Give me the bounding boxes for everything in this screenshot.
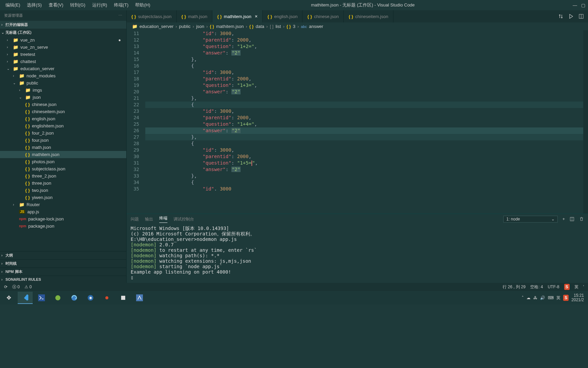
menu-item[interactable]: 查看(V) — [46, 1, 66, 10]
tray-volume-icon[interactable]: 🔊 — [540, 295, 545, 300]
tray-onedrive-icon[interactable]: ☁ — [526, 295, 530, 300]
editor-tabs: { }subjectclass.json{ }math.json{ }mathi… — [127, 10, 588, 22]
start-button[interactable]: ❖ — [1, 292, 16, 304]
run-icon[interactable] — [568, 14, 574, 19]
npm-scripts-section[interactable]: ›NPM 脚本 — [0, 267, 126, 276]
more-icon[interactable]: ⋯ — [118, 13, 122, 18]
editor-tab[interactable]: { }english.json — [263, 10, 303, 22]
tree-item[interactable]: ›📁chattest — [0, 58, 126, 65]
editor-tab[interactable]: { }math.json — [177, 10, 212, 22]
tree-item[interactable]: { }two.json — [0, 187, 126, 194]
encoding[interactable]: UTF-8 — [548, 285, 559, 289]
new-terminal-icon[interactable]: + — [562, 217, 565, 221]
tree-item[interactable]: ›📁vue_zn_serve — [0, 44, 126, 51]
tree-item[interactable]: { }chineseitem.json — [0, 108, 126, 115]
tree-item[interactable]: npmpackage-lock.json — [0, 215, 126, 223]
terminal-content[interactable]: Microsoft Windows [版本 10.0.14393](c) 201… — [127, 224, 588, 283]
split-icon[interactable] — [578, 14, 584, 19]
split-terminal-icon[interactable] — [570, 217, 574, 221]
tree-item[interactable]: { }yiwen.json — [0, 194, 126, 201]
menu-item[interactable]: 选择(S) — [24, 1, 44, 10]
outline-section[interactable]: ›大纲 — [0, 251, 126, 259]
indent-setting[interactable]: 空格: 4 — [530, 284, 543, 290]
warnings-indicator[interactable]: ⚠ 0 — [24, 285, 32, 289]
ime-icon[interactable]: S — [564, 284, 570, 290]
vscode-taskbar-icon[interactable] — [18, 292, 33, 304]
editor-tab[interactable]: { }chinese.json — [303, 10, 344, 22]
tray-keyboard-icon[interactable]: ⌨ — [548, 295, 554, 300]
tree-item[interactable]: { }english.json — [0, 115, 126, 122]
problems-tab[interactable]: 问题 — [131, 216, 139, 222]
json-icon: { } — [131, 14, 136, 19]
modified-indicator: • — [118, 39, 121, 42]
tree-item[interactable]: npmpackage.json — [0, 223, 126, 230]
tray-sogou-icon[interactable]: S — [563, 295, 569, 301]
editor-tab[interactable]: { }mathitem.json× — [212, 10, 263, 22]
editor-tab[interactable]: { }subjectclass.json — [127, 10, 177, 22]
output-tab[interactable]: 输出 — [145, 216, 153, 222]
json-icon: { } — [25, 173, 30, 179]
powershell-taskbar-icon[interactable] — [34, 292, 49, 304]
tree-item[interactable]: ›📁Router — [0, 201, 126, 208]
tree-item[interactable]: ›📁node_modules — [0, 72, 126, 79]
tree-item[interactable]: { }chinese.json — [0, 101, 126, 108]
folder-icon: 📁 — [19, 80, 24, 86]
tree-item[interactable]: ›📁vue_zn• — [0, 36, 126, 44]
js-icon: JS — [19, 210, 25, 214]
menu-item[interactable]: 编辑(E) — [3, 1, 23, 10]
edge-taskbar-icon[interactable] — [67, 292, 82, 304]
sonarlint-section[interactable]: ›SONARLINT RULES — [0, 276, 126, 283]
json-icon: { } — [25, 145, 30, 150]
sync-icon[interactable]: ⟳ — [4, 285, 7, 289]
cursor-position[interactable]: 行 26 , 列 29 — [503, 284, 525, 290]
tree-item[interactable]: { }englishitem.json — [0, 122, 126, 129]
notes-taskbar-icon[interactable] — [116, 292, 131, 304]
tree-item[interactable]: { }math.json — [0, 144, 126, 151]
tree-item[interactable]: ›📁imgs — [0, 87, 126, 94]
tree-item[interactable]: JSapp.js — [0, 208, 126, 215]
menu-item[interactable]: 终端(T) — [111, 1, 131, 10]
tree-item[interactable]: { }subjectclass.json — [0, 165, 126, 172]
array-icon: [ ] — [270, 24, 274, 29]
tree-item[interactable]: ⌄📁public — [0, 79, 126, 87]
editor-tab[interactable]: { }chineseitem.json — [344, 10, 393, 22]
menu-item[interactable]: 帮助(H) — [132, 1, 153, 10]
terminal-tab[interactable]: 终端 — [159, 215, 167, 223]
app2-taskbar-icon[interactable]: ◉ — [83, 292, 98, 304]
tree-item[interactable]: { }mathitem.json — [0, 151, 126, 158]
trash-icon[interactable] — [579, 217, 584, 221]
ime-punct: ' — [583, 285, 584, 289]
tree-item-label: mathitem.json — [32, 152, 60, 157]
tray-chevron-icon[interactable]: ˄ — [522, 295, 524, 300]
code-editor[interactable]: 1112131415161718192021222324252627282930… — [127, 30, 588, 214]
tree-item[interactable]: ⌄📁json — [0, 94, 126, 101]
workspace-section[interactable]: ⌄无标题 (工作区) — [0, 29, 126, 36]
errors-indicator[interactable]: ⓧ 0 — [12, 284, 20, 290]
maximize-icon[interactable]: ▢ — [581, 3, 585, 8]
debug-console-tab[interactable]: 调试控制台 — [174, 216, 194, 222]
menu-item[interactable]: 转到(G) — [67, 1, 88, 10]
tree-item[interactable]: { }photos.json — [0, 158, 126, 165]
close-icon[interactable]: × — [255, 14, 258, 19]
tree-item[interactable]: { }four.json — [0, 137, 126, 144]
tree-item[interactable]: { }three.json — [0, 180, 126, 187]
record-taskbar-icon[interactable] — [99, 292, 114, 304]
tree-item[interactable]: { }three_2.json — [0, 172, 126, 180]
compare-icon[interactable] — [558, 14, 564, 19]
menu-item[interactable]: 运行(R) — [89, 1, 110, 10]
minimize-icon[interactable]: — — [573, 3, 577, 8]
tree-item[interactable]: { }four_2.json — [0, 129, 126, 137]
open-editors-section[interactable]: ›打开的编辑器 — [0, 21, 126, 29]
tray-ime-icon[interactable]: 英 — [556, 295, 560, 301]
timeline-section[interactable]: ›时间线 — [0, 259, 126, 267]
tray-network-icon[interactable]: 🖧 — [533, 295, 537, 300]
tree-item[interactable]: ›📁treetest — [0, 51, 126, 58]
app3-taskbar-icon[interactable] — [132, 292, 147, 304]
breadcrumb[interactable]: 📁 education_server› public› json› { } ma… — [127, 22, 588, 30]
taskbar-clock[interactable]: 15:21 2021/2 — [571, 293, 584, 302]
tree-item[interactable]: ⌄📁education_server — [0, 65, 126, 72]
tree-item-label: vue_zn_serve — [20, 45, 48, 50]
app-taskbar-icon[interactable] — [50, 292, 65, 304]
terminal-select[interactable]: 1: node⌄ — [503, 216, 558, 223]
minimap[interactable] — [583, 30, 588, 214]
